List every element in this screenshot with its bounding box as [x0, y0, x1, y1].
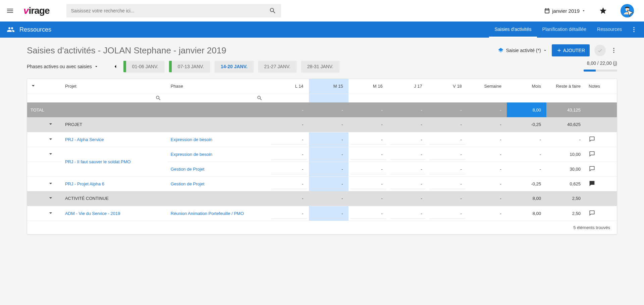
search-phase-icon[interactable] — [257, 95, 263, 101]
day-cell[interactable]: - — [309, 132, 348, 147]
week-chip[interactable]: 14-20 JANV. — [215, 61, 254, 72]
day-cell[interactable]: - — [348, 147, 388, 162]
group-expand[interactable] — [45, 117, 62, 132]
phase-link[interactable]: Réunion Animation Portefeuille / PMO — [171, 211, 244, 216]
phase-cell: Expression de besoin — [168, 147, 269, 162]
expand-all[interactable] — [27, 79, 45, 94]
project-cell: PRJ - Alpha Service — [62, 132, 168, 147]
svg-point-5 — [613, 48, 614, 49]
phase-link[interactable]: Expression de besoin — [171, 152, 212, 157]
col-day: M 16 — [348, 79, 388, 94]
note-filled-icon[interactable] — [589, 180, 595, 187]
day-cell[interactable]: - — [428, 132, 467, 147]
row-mois: - — [507, 147, 546, 162]
page-more-icon[interactable] — [610, 47, 617, 54]
menu-button[interactable] — [0, 7, 20, 15]
day-cell[interactable]: - — [348, 162, 388, 176]
row-expand[interactable] — [45, 132, 62, 147]
total-reste: 43,125 — [546, 102, 586, 117]
col-reste: Reste à faire — [546, 79, 586, 94]
phase-cell: Gestion de Projet — [168, 176, 269, 191]
group-label: PROJET — [62, 117, 269, 132]
group-reste: 2,50 — [546, 191, 586, 206]
nav-more-icon[interactable] — [631, 26, 637, 33]
phase-link[interactable]: Gestion de Projet — [171, 181, 204, 186]
cursor-icon — [625, 9, 636, 19]
star-icon[interactable] — [599, 7, 607, 15]
search-input[interactable] — [71, 8, 269, 13]
col-phase: Phase — [168, 79, 269, 94]
day-cell[interactable]: - — [388, 176, 428, 191]
day-cell[interactable]: - — [309, 206, 348, 221]
note-icon[interactable] — [589, 210, 595, 216]
day-cell[interactable]: - — [269, 147, 309, 162]
validate-button[interactable] — [594, 45, 606, 56]
search-box[interactable] — [66, 4, 281, 17]
week-chip[interactable]: 01-06 JANV. — [123, 61, 164, 72]
project-link[interactable]: PRJ - Il faut sauver le soldat PMO — [65, 159, 131, 164]
note-icon[interactable] — [589, 165, 595, 172]
saisie-mode-selector[interactable]: Saisie activité (*) — [498, 47, 547, 53]
nav-tab[interactable]: Ressources — [592, 21, 627, 38]
note-icon[interactable] — [589, 136, 595, 142]
phase-cell: Réunion Animation Portefeuille / PMO — [168, 206, 269, 221]
day-cell[interactable]: - — [388, 132, 428, 147]
row-expand[interactable] — [45, 206, 62, 221]
project-cell: PRJ - Il faut sauver le soldat PMO — [62, 147, 168, 176]
period-label: janvier 2019 — [552, 8, 580, 14]
page-title: Saisies d'activités - JOLAN Stephane - j… — [27, 45, 226, 56]
day-cell[interactable]: - — [348, 132, 388, 147]
table-footer: 5 éléments trouvés — [27, 221, 617, 234]
col-mois: Mois — [507, 79, 546, 94]
row-mois: -0,25 — [507, 176, 546, 191]
day-cell[interactable]: - — [269, 206, 309, 221]
day-cell[interactable]: - — [309, 162, 348, 176]
week-prev[interactable] — [112, 63, 119, 70]
day-cell[interactable]: - — [309, 176, 348, 191]
chevron-down-icon — [543, 48, 547, 52]
row-expand[interactable] — [45, 147, 62, 162]
day-cell[interactable]: - — [269, 176, 309, 191]
day-cell[interactable]: - — [388, 147, 428, 162]
row-mois: - — [507, 132, 546, 147]
day-cell[interactable]: - — [269, 132, 309, 147]
phase-link[interactable]: Gestion de Projet — [171, 167, 204, 172]
week-chip[interactable]: 21-27 JANV. — [258, 61, 297, 72]
day-cell[interactable]: - — [428, 206, 467, 221]
row-expand[interactable] — [45, 176, 62, 191]
period-selector[interactable]: janvier 2019 — [544, 8, 586, 14]
day-cell[interactable]: - — [428, 176, 467, 191]
project-link[interactable]: PRJ - Alpha Service — [65, 137, 104, 142]
phase-link[interactable]: Expression de besoin — [171, 137, 212, 142]
layers-icon — [498, 47, 504, 53]
total-label: TOTAL — [27, 102, 62, 117]
logo: virage — [23, 5, 50, 16]
chevron-down-icon — [94, 64, 99, 69]
day-cell[interactable]: - — [388, 162, 428, 176]
project-link[interactable]: PRJ - Projet Alpha 6 — [65, 181, 104, 186]
project-link[interactable]: ADM - Vie du Service - 2019 — [65, 211, 120, 216]
day-cell[interactable]: - — [428, 162, 467, 176]
module-title: Ressources — [19, 26, 51, 33]
group-expand[interactable] — [45, 191, 62, 206]
nav-tab[interactable]: Saisies d'activités — [489, 21, 537, 38]
add-button[interactable]: AJOUTER — [552, 44, 590, 56]
nav-tab[interactable]: Planification détaillée — [537, 21, 592, 38]
day-cell[interactable]: - — [348, 176, 388, 191]
day-cell[interactable]: - — [309, 147, 348, 162]
note-icon[interactable] — [589, 150, 595, 157]
week-chip[interactable]: 28-31 JANV. — [301, 61, 339, 72]
day-cell[interactable]: - — [348, 206, 388, 221]
day-cell[interactable]: - — [388, 206, 428, 221]
row-reste: 0,625 — [546, 176, 586, 191]
total-mois: 8,00 — [507, 102, 546, 117]
day-cell[interactable]: - — [428, 147, 467, 162]
user-avatar[interactable] — [621, 4, 634, 17]
col-day: J 17 — [388, 79, 428, 94]
svg-point-7 — [613, 52, 614, 53]
chevron-left-icon — [112, 63, 118, 70]
day-cell[interactable]: - — [269, 162, 309, 176]
phase-filter[interactable]: Phases actives ou avec saisies — [27, 64, 99, 69]
search-project-icon[interactable] — [155, 95, 161, 101]
week-chip[interactable]: 07-13 JANV. — [169, 61, 210, 72]
